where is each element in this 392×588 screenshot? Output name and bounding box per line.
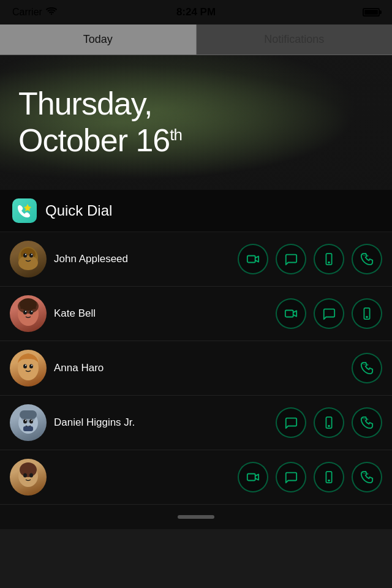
mobile-button[interactable] xyxy=(314,407,344,438)
contact-actions xyxy=(352,353,382,383)
svg-rect-41 xyxy=(247,474,255,481)
contact-actions xyxy=(276,407,382,438)
status-right xyxy=(363,8,380,17)
svg-rect-18 xyxy=(285,311,293,317)
contact-row: Kate Bell xyxy=(0,287,392,341)
svg-point-43 xyxy=(328,480,330,481)
svg-point-10 xyxy=(328,262,330,263)
contact-name-col: John Appleseed xyxy=(54,253,230,265)
carrier-info: Carrier xyxy=(12,7,57,18)
svg-point-15 xyxy=(29,311,33,315)
svg-point-20 xyxy=(366,317,368,318)
message-button[interactable] xyxy=(276,407,306,438)
mobile-button[interactable] xyxy=(352,298,382,329)
phone-button[interactable] xyxy=(352,353,382,383)
contact-actions xyxy=(238,244,382,274)
svg-point-36 xyxy=(328,426,330,427)
carrier-label: Carrier xyxy=(12,7,42,18)
svg-point-33 xyxy=(31,420,32,421)
date-display: Thursday, October 16th xyxy=(18,86,182,159)
contact-row: John Appleseed xyxy=(0,232,392,287)
svg-point-31 xyxy=(29,420,33,424)
svg-point-17 xyxy=(31,311,32,312)
message-button[interactable] xyxy=(276,244,306,274)
svg-point-30 xyxy=(23,420,27,424)
contact-name: Daniel Higgins Jr. xyxy=(54,417,268,429)
bottom-indicator xyxy=(0,505,392,529)
svg-point-23 xyxy=(23,364,27,369)
svg-point-5 xyxy=(29,254,33,258)
svg-point-6 xyxy=(25,254,26,255)
message-button[interactable] xyxy=(276,462,306,492)
svg-point-24 xyxy=(29,364,33,369)
svg-point-4 xyxy=(23,254,27,258)
svg-rect-29 xyxy=(20,410,37,419)
svg-point-40 xyxy=(29,473,33,478)
contact-name: Anna Haro xyxy=(54,362,344,374)
svg-point-16 xyxy=(25,311,26,312)
svg-point-39 xyxy=(23,473,27,478)
day-of-week: Thursday, xyxy=(18,86,182,123)
svg-point-25 xyxy=(25,365,26,366)
contact-name-col: Kate Bell xyxy=(54,307,268,320)
svg-point-38 xyxy=(20,462,37,477)
phone-button[interactable] xyxy=(352,407,382,438)
svg-point-26 xyxy=(31,365,32,366)
contact-actions xyxy=(238,462,382,492)
contact-row xyxy=(0,450,392,505)
video-button[interactable] xyxy=(238,462,268,492)
date-header: Thursday, October 16th xyxy=(0,55,392,190)
contact-avatar xyxy=(10,295,47,332)
svg-point-14 xyxy=(23,311,27,315)
contact-name-col: Anna Haro xyxy=(54,362,344,374)
video-button[interactable] xyxy=(238,244,268,274)
contact-name: Kate Bell xyxy=(54,307,268,320)
contact-row: Daniel Higgins Jr. xyxy=(0,396,392,450)
contact-avatar xyxy=(10,459,47,496)
quick-dial-app-icon xyxy=(12,198,37,223)
svg-marker-0 xyxy=(24,204,31,211)
svg-rect-34 xyxy=(23,426,33,431)
time-display: 8:24 PM xyxy=(176,6,216,18)
full-date: October 16th xyxy=(18,123,182,159)
phone-button[interactable] xyxy=(352,462,382,492)
contact-avatar xyxy=(10,241,47,277)
mobile-button[interactable] xyxy=(314,244,344,274)
contact-avatar xyxy=(10,350,47,386)
contact-avatar xyxy=(10,404,47,441)
tab-today[interactable]: Today xyxy=(0,24,196,55)
quick-dial-header: Quick Dial xyxy=(0,190,392,232)
phone-button[interactable] xyxy=(352,244,382,274)
battery-icon xyxy=(363,8,380,17)
svg-rect-8 xyxy=(247,256,255,263)
quick-dial-title: Quick Dial xyxy=(45,202,112,219)
contact-row: Anna Haro xyxy=(0,341,392,396)
video-button[interactable] xyxy=(276,298,306,329)
contact-name-col: Daniel Higgins Jr. xyxy=(54,417,268,429)
svg-point-32 xyxy=(25,420,26,421)
mobile-button[interactable] xyxy=(314,462,344,492)
status-bar: Carrier 8:24 PM xyxy=(0,0,392,24)
contacts-list: John Appleseed Kate Bell xyxy=(0,232,392,505)
wifi-icon xyxy=(46,7,57,18)
message-button[interactable] xyxy=(314,298,344,329)
contact-name: John Appleseed xyxy=(54,253,230,265)
svg-point-7 xyxy=(31,254,32,255)
tab-bar: Today Notifications xyxy=(0,24,392,55)
home-indicator xyxy=(178,515,214,519)
contact-actions xyxy=(276,298,382,329)
svg-point-3 xyxy=(18,255,38,270)
tab-notifications[interactable]: Notifications xyxy=(197,24,393,55)
